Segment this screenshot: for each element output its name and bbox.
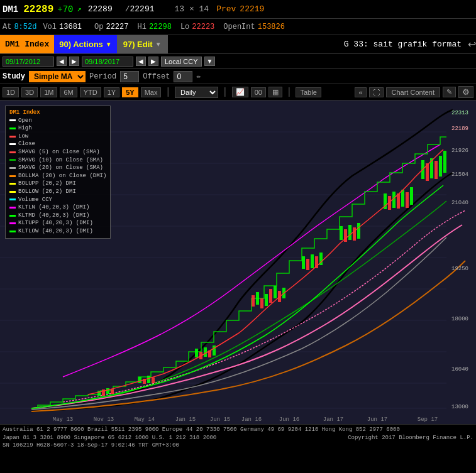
footer-copyright: Copyright 2017 Bloomberg Finance L.P. xyxy=(348,434,473,442)
local-ccy-button[interactable]: Local CCY xyxy=(161,57,202,67)
svg-rect-47 xyxy=(406,192,409,208)
offset-label: Offset xyxy=(143,72,170,81)
header-row1: DM1 22289 +70 ↗ 22289 / 22291 13 × 14 Pr… xyxy=(0,0,476,19)
footer-contacts: Australia 61 2 9777 8600 Brazil 5511 239… xyxy=(3,426,473,434)
date-forward-button[interactable]: ▶ xyxy=(69,57,79,66)
oi-label: OpenInt xyxy=(223,23,255,31)
svg-text:May 14: May 14 xyxy=(135,416,155,423)
tf-5y[interactable]: 5Y xyxy=(122,87,138,97)
nav-back-btn[interactable]: « xyxy=(355,87,366,97)
candle-btn2[interactable]: ▦ xyxy=(268,87,282,97)
tf-ytd[interactable]: YTD xyxy=(80,87,101,97)
tf-1m[interactable]: 1M xyxy=(40,87,57,97)
svg-rect-18 xyxy=(152,378,155,383)
tf-3d[interactable]: 3D xyxy=(21,87,38,97)
svg-text:May 13: May 13 xyxy=(53,416,73,423)
svg-rect-19 xyxy=(195,349,198,357)
tf-1d[interactable]: 1D xyxy=(3,87,19,97)
footer-row2: Japan 81 3 3201 8900 Singapore 65 6212 1… xyxy=(3,434,473,442)
svg-rect-21 xyxy=(204,347,207,357)
undo-button[interactable]: ↩ xyxy=(468,38,476,50)
chart-content-btn[interactable]: Chart Content xyxy=(386,87,440,97)
pencil-icon[interactable]: ✏ xyxy=(196,72,201,81)
lo-label: Lo xyxy=(180,23,189,31)
table-button[interactable]: Table xyxy=(296,87,321,97)
svg-rect-46 xyxy=(401,190,404,207)
svg-rect-41 xyxy=(357,223,360,239)
svg-text:Jan 17: Jan 17 xyxy=(323,416,343,423)
at-label: At xyxy=(3,23,11,31)
size-label: 13 × 14 xyxy=(175,4,209,14)
footer: Australia 61 2 9777 8600 Brazil 5511 239… xyxy=(0,424,476,451)
svg-rect-34 xyxy=(311,254,314,268)
svg-rect-53 xyxy=(439,156,442,177)
tf-1y[interactable]: 1Y xyxy=(104,87,119,97)
actions-dropdown-arrow: ▼ xyxy=(106,41,112,48)
candle-chart-btn[interactable]: 00 xyxy=(251,87,266,97)
header-row2: At 8:52d Vol 13681 Op 22227 Hi 22298 Lo … xyxy=(0,19,476,35)
svg-text:21504: 21504 xyxy=(451,171,468,178)
local-dropdown[interactable]: ▼ xyxy=(204,57,216,66)
svg-rect-28 xyxy=(269,289,272,303)
edit-button[interactable]: 97) Edit ▼ xyxy=(117,35,168,53)
svg-text:18000: 18000 xyxy=(451,316,468,322)
legend-title: DM1 Index xyxy=(9,109,40,117)
svg-rect-39 xyxy=(348,225,351,240)
svg-text:Nov 13: Nov 13 xyxy=(94,416,114,423)
ask-price: 22291 xyxy=(130,4,155,14)
svg-rect-13 xyxy=(106,388,109,394)
scale-btn[interactable]: ⛶ xyxy=(369,87,384,97)
edit-chart-btn[interactable]: ✎ xyxy=(443,87,456,97)
start-date-input[interactable] xyxy=(3,57,54,67)
footer-sn: SN 106219 H628-5607-3 18-Sep-17 9:02:46 … xyxy=(3,442,473,450)
timeframe-row: 1D 3D 1M 6M YTD 1Y 5Y Max | Daily Weekly… xyxy=(0,84,476,101)
svg-rect-48 xyxy=(410,187,413,205)
end-date-forward-button[interactable]: ▶ xyxy=(148,57,158,66)
low-price: 22223 xyxy=(192,23,214,31)
svg-rect-17 xyxy=(147,376,150,383)
actions-button[interactable]: 90) Actions ▼ xyxy=(54,35,117,53)
settings-btn[interactable]: ⚙ xyxy=(458,86,473,98)
bid-ask: 22289 xyxy=(88,4,113,14)
svg-rect-32 xyxy=(302,256,305,269)
end-date-input[interactable] xyxy=(82,57,133,67)
study-select[interactable]: Simple MA xyxy=(29,71,86,82)
svg-rect-52 xyxy=(434,161,438,179)
offset-input[interactable] xyxy=(174,71,192,82)
svg-text:22189: 22189 xyxy=(451,126,468,132)
period-input[interactable] xyxy=(120,71,139,82)
svg-rect-33 xyxy=(306,259,309,270)
svg-text:22313: 22313 xyxy=(451,110,468,116)
end-date-back-button[interactable]: ◀ xyxy=(136,57,146,66)
date-back-button[interactable]: ◀ xyxy=(57,57,67,66)
svg-rect-15 xyxy=(138,377,141,383)
tf-6m[interactable]: 6M xyxy=(60,87,77,97)
line-chart-btn[interactable]: 📈 xyxy=(232,87,248,97)
op-label: Op xyxy=(94,23,103,31)
trend-icon: ↗ xyxy=(77,4,81,14)
high-price: 22298 xyxy=(149,23,172,31)
svg-text:19250: 19250 xyxy=(451,266,468,272)
current-price: 22289 xyxy=(23,4,53,15)
svg-rect-14 xyxy=(111,389,114,394)
hi-label: Hi xyxy=(137,23,146,31)
ticker-box: DM1 Index xyxy=(0,35,54,53)
vol-label: Vol xyxy=(43,23,57,31)
svg-rect-24 xyxy=(252,295,255,307)
svg-text:Jun 16: Jun 16 xyxy=(279,416,299,423)
svg-text:Sep 17: Sep 17 xyxy=(418,416,438,423)
prev-label: Prev xyxy=(216,4,236,14)
period-label: Period xyxy=(89,72,116,81)
study-row: Study Simple MA Period Offset ✏ xyxy=(0,69,476,84)
svg-text:Jan 16: Jan 16 xyxy=(241,416,262,423)
date-row: ◀ ▶ ◀ ▶ Local CCY ▼ xyxy=(0,54,476,69)
period-select[interactable]: Daily Weekly Monthly xyxy=(175,87,218,98)
legend-title-row: DM1 Index xyxy=(9,109,106,117)
svg-text:13000: 13000 xyxy=(451,404,468,410)
toolbar: DM1 Index 90) Actions ▼ 97) Edit ▼ G 33:… xyxy=(0,35,476,54)
svg-text:Jun 15: Jun 15 xyxy=(210,416,230,423)
tf-max[interactable]: Max xyxy=(141,87,162,97)
open-price: 22227 xyxy=(106,23,128,31)
g-label: G 33: sait grafik format xyxy=(344,40,468,49)
volume-value: 13681 xyxy=(59,23,82,31)
